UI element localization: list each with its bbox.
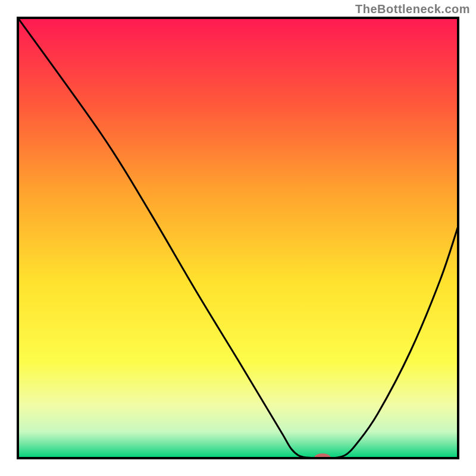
chart-container: TheBottleneck.com <box>0 0 476 476</box>
watermark-text: TheBottleneck.com <box>355 2 470 16</box>
gradient-background <box>18 18 458 458</box>
bottleneck-chart <box>0 0 476 476</box>
